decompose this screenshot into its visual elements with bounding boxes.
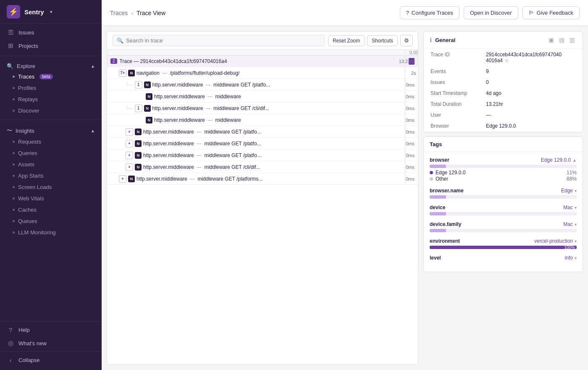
sidebar-item-label-help: Help [18,327,30,333]
tag-value-level[interactable]: info ▾ [565,255,577,261]
table-row[interactable]: + N http.server.middleware — middleware … [107,161,418,173]
sidebar-item-label-requests: Requests [18,139,41,145]
tag-value-device-family[interactable]: Mac ▾ [563,221,577,227]
expand-btn-row7[interactable]: + [126,140,133,147]
caches-dot-icon [13,209,15,211]
sidebar-item-app-starts[interactable]: App Starts [0,170,102,181]
app-starts-dot-icon [13,175,15,177]
browser-label: Browser [425,121,479,131]
row6-duration: 0ms [406,129,415,134]
expand-btn-row9[interactable]: + [126,163,133,171]
shortcuts-button[interactable]: Shortcuts [367,35,398,46]
sidebar: ⚡ Sentry ▾ ☰ Issues ⊞ Projects 🔍 Explore… [0,0,102,370]
sidebar-item-traces[interactable]: Traces beta [0,71,102,82]
sidebar-header[interactable]: ⚡ Sentry ▾ [0,0,102,24]
org-caret-icon[interactable]: ▾ [50,9,52,15]
events-label: Events [425,66,479,76]
tag-row-browser: browser Edge 129.0.0 ▲ [430,157,577,182]
sidebar-item-assets[interactable]: Assets [0,159,102,170]
table-row[interactable]: N http.server.middleware — middleware 0m… [107,114,418,126]
open-in-discover-button[interactable]: Open in Discover [464,6,518,19]
service-icon-row1: N [128,70,135,76]
search-input[interactable] [126,37,320,44]
total-duration-label: Total Duration [425,99,479,109]
sidebar-item-replays[interactable]: Replays [0,94,102,105]
trace-table: 0.00ms 5.56hr 11.11hr 2 Trace — 2914cceb… [107,50,418,365]
edge-label: Edge 129.0.0 [436,170,465,176]
table-row[interactable]: + N http.server.middleware — middleware … [107,126,418,138]
tag-bar-fill-browser-name [430,195,446,199]
sidebar-item-caches[interactable]: Caches [0,204,102,215]
whats-new-icon: ◎ [7,339,14,347]
search-input-wrapper[interactable]: 🔍 [112,35,325,46]
sidebar-item-queries[interactable]: Queries [0,147,102,159]
tags-card-header: Tags [424,137,583,152]
tag-value-browser[interactable]: Edge 129.0.0 ▲ [541,157,577,163]
sidebar-item-profiles[interactable]: Profiles [0,82,102,94]
expand-btn-row4[interactable]: 1 [135,105,142,112]
row3-duration: 0ms [406,94,415,99]
layout-icon-1[interactable]: ▣ [547,36,556,44]
general-row-user: User — [425,110,582,120]
sidebar-item-web-vitals[interactable]: Web Vitals [0,193,102,204]
row5-text: http.server.middleware — middleware [154,117,241,123]
give-feedback-button[interactable]: 🏳 Give Feedback [522,6,580,19]
breadcrumb-traces-link[interactable]: Traces [110,10,128,16]
table-row[interactable]: └─ 1 N http.server.middleware — middlewa… [107,79,418,91]
expand-btn-row6[interactable]: + [126,128,133,136]
table-row[interactable]: + N http.server.middleware — middleware … [107,150,418,161]
tag-row-browser-name: browser.name Edge ▾ [430,188,577,199]
sidebar-item-screen-loads[interactable]: Screen Loads [0,181,102,193]
tag-name-browser-name: browser.name [430,188,464,194]
explore-label: Explore [17,63,35,69]
sidebar-item-label-queries: Queries [18,150,37,156]
layout-icon-2[interactable]: ▤ [557,36,566,44]
sidebar-item-discover[interactable]: Discover [0,105,102,116]
sidebar-item-whats-new[interactable]: ◎ What's new [0,336,102,350]
tree-cell-3: N http.server.middleware — middleware [107,92,405,102]
row2-text: http.server.middleware — middleware GET … [152,82,270,88]
expand-btn-row2[interactable]: 1 [135,81,142,89]
general-row-browser: Browser Edge 129.0.0 [425,121,582,131]
assets-dot-icon [13,163,15,165]
sidebar-item-requests[interactable]: Requests [0,136,102,147]
copy-icon[interactable]: ⎘ [506,58,509,63]
sidebar-item-projects[interactable]: ⊞ Projects [0,39,102,52]
tag-bar-fill-device-family [430,229,446,232]
layout-icon-3[interactable]: ▥ [568,36,577,44]
general-row-start-timestamp: Start Timestamp 4d ago [425,88,582,98]
expand-btn-row8[interactable]: + [126,152,133,159]
sidebar-item-help[interactable]: ? Help [0,323,102,336]
tag-value-level-text: info [565,255,573,261]
tag-bar-fill-browser [430,165,446,168]
tag-value-device-text: Mac [563,205,573,210]
tree-connector-2: └─ [126,82,132,87]
table-row[interactable]: + N http.server.middleware — middleware … [107,138,418,150]
sidebar-insights-header[interactable]: 〜 Insights ▲ [0,123,102,136]
tag-value-browser-name[interactable]: Edge ▾ [561,188,577,194]
sidebar-collapse-btn[interactable]: ‹ Collapse [0,354,102,367]
table-row[interactable]: 2 Trace — 2914cceb443c41dca1fc6974704016… [107,55,418,67]
row2-duration: 0ms [406,82,415,87]
table-row[interactable]: + N http.server.middleware — middleware … [107,173,418,185]
tree-cell-9: + N http.server.middleware — middleware … [107,162,405,173]
reset-zoom-button[interactable]: Reset Zoom [328,35,365,46]
main-content: Traces › Trace View ? Configure Traces O… [102,0,588,370]
expand-btn-row10[interactable]: + [119,175,126,183]
sidebar-explore-header[interactable]: 🔍 Explore ▲ [0,60,102,71]
sidebar-item-llm-monitoring[interactable]: LLM Monitoring [0,227,102,238]
tag-header-browser: browser Edge 129.0.0 ▲ [430,157,577,163]
sidebar-item-queues[interactable]: Queues [0,215,102,227]
general-row-issues: Issues 0 [425,77,582,87]
table-row[interactable]: N http.server.middleware — middleware 0m… [107,91,418,102]
configure-traces-button[interactable]: ? Configure Traces [400,6,459,19]
sidebar-item-issues[interactable]: ☰ Issues [0,26,102,39]
settings-button[interactable]: ⚙ [400,35,413,46]
tag-value-device[interactable]: Mac ▾ [563,205,577,210]
table-row[interactable]: └─ 1 N http.server.middleware — middlewa… [107,102,418,114]
trace-table-header: 0.00ms 5.56hr 11.11hr [107,50,418,55]
table-row[interactable]: 7+ N navigation — /platforms/flutter/upl… [107,67,418,79]
tag-value-environment[interactable]: vercel-production ▾ [534,238,577,244]
expand-btn-row1[interactable]: 7+ [119,69,126,77]
tag-row-level: level info ▾ [430,255,577,261]
